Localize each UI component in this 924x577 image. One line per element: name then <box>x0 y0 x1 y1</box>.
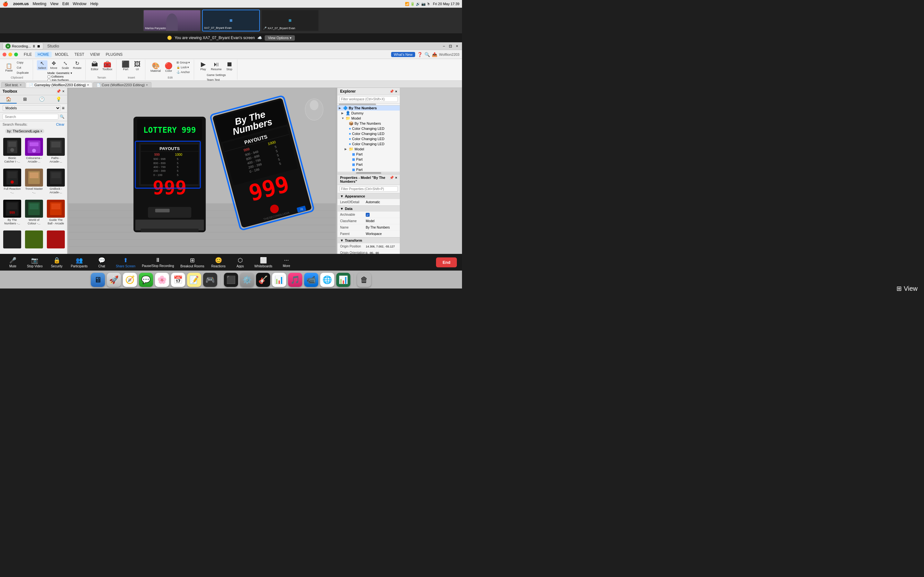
dock-activity-monitor[interactable]: 📊 <box>272 273 286 287</box>
tree-item-led-4[interactable]: ● Color Changing LED <box>338 141 400 147</box>
search-icon[interactable]: 🔍 <box>425 52 430 57</box>
explorer-close-icon[interactable]: × <box>395 89 397 93</box>
window-menu[interactable]: Window <box>73 2 87 6</box>
properties-filter-input[interactable] <box>339 186 398 192</box>
toolbox-pin-icon[interactable]: 📌 <box>56 89 61 93</box>
tree-item-part-4[interactable]: ◼ Part <box>338 167 400 172</box>
pause-icon[interactable]: ⏸ <box>32 44 36 48</box>
nav-light[interactable]: 💡 <box>50 95 67 103</box>
ribbon-resume[interactable]: ⏯ Resume <box>210 60 223 71</box>
dock-safari[interactable]: 🧭 <box>123 273 137 287</box>
ribbon-stop[interactable]: ⏹ Stop <box>224 60 234 71</box>
ribbon-cut[interactable]: Cut <box>15 65 30 70</box>
win-max-btn[interactable] <box>14 53 18 56</box>
toolbox-item-extra1[interactable] <box>2 229 23 252</box>
meeting-menu[interactable]: Meeting <box>33 2 47 6</box>
dock-terminal[interactable]: ⬛ <box>224 273 238 287</box>
dock-music[interactable]: 🎵 <box>288 273 302 287</box>
dock-settings[interactable]: ⚙️ <box>240 273 254 287</box>
edit-menu[interactable]: Edit <box>62 2 69 6</box>
ribbon-toolbox[interactable]: 🧰 Toolbox <box>101 60 113 71</box>
ribbon-rotate[interactable]: ↻ Rotate <box>72 60 83 70</box>
ribbon-ui[interactable]: 🖼 UI <box>132 60 142 71</box>
menu-model[interactable]: MODEL <box>52 52 71 57</box>
toolbox-close-icon[interactable]: × <box>62 89 65 93</box>
tab-slot-test[interactable]: Slot test. × <box>1 82 25 87</box>
viewport[interactable]: LOTTERY 999 PAYOUTS 999 1000 900 - 998 5… <box>67 88 337 254</box>
prop-section-transform-header[interactable]: ▼ Transform <box>338 237 400 243</box>
toolbox-category-select[interactable]: Models Plugins Audio <box>3 105 61 111</box>
zoom-chat-control[interactable]: 💬 Chat <box>94 257 110 268</box>
toolbox-item-full-reaction[interactable]: Full Reaction -... <box>2 167 23 197</box>
ribbon-anchor[interactable]: ⚓Anchor <box>175 70 191 74</box>
toolbox-item-trovel[interactable]: Trovel Master -... <box>24 167 44 197</box>
dock-notes[interactable]: 📝 <box>187 273 201 287</box>
menu-view[interactable]: VIEW <box>87 52 103 57</box>
win-minimize[interactable]: − <box>441 44 446 48</box>
zoom-more-control[interactable]: ··· More <box>279 257 294 268</box>
toolbox-item-bionic[interactable]: Bionic Catcher I -... <box>2 137 23 166</box>
dock-garageband[interactable]: 🎸 <box>256 273 270 287</box>
zoom-stop-video-control[interactable]: 📷 Stop Video <box>27 257 43 268</box>
apple-menu[interactable]: 🍎 <box>3 1 8 6</box>
props-close-icon[interactable]: × <box>395 176 397 183</box>
toolbox-search-input[interactable] <box>3 114 58 119</box>
zoom-apps-control[interactable]: ⬡ Apps <box>233 257 248 268</box>
dock-roblox[interactable]: 🎮 <box>203 273 217 287</box>
ribbon-duplicate[interactable]: Duplicate <box>15 71 30 75</box>
zoom-end-button[interactable]: End <box>436 258 457 268</box>
tree-item-part-3[interactable]: ◼ Part <box>338 162 400 167</box>
tab-core[interactable]: 📄 Core (Wolflion2203 Editing) × <box>93 82 152 87</box>
dock-excel[interactable]: 📊 <box>336 273 351 287</box>
dock-finder[interactable]: 🖥 <box>91 273 105 287</box>
win-close[interactable]: × <box>455 44 459 48</box>
nav-recent[interactable]: 🕐 <box>34 95 50 103</box>
ribbon-editor[interactable]: 🏔 Editor <box>89 60 100 71</box>
win-close-btn[interactable] <box>3 53 6 56</box>
explorer-pin-icon[interactable]: 📌 <box>389 89 394 93</box>
zoom-breakout-rooms-control[interactable]: ⊞ Breakout Rooms <box>180 257 204 268</box>
help-menu[interactable]: Help <box>90 2 99 6</box>
toolbox-item-world-of-colour[interactable]: World of Colour -... <box>24 198 44 228</box>
ribbon-move[interactable]: ✥ Move <box>49 60 59 70</box>
prop-section-appearance-header[interactable]: ▼ Appearance <box>338 193 400 199</box>
tree-item-by-the-numbers[interactable]: ▶ 🔷 By The Numbers <box>338 105 400 111</box>
tree-item-submodel[interactable]: ▶ 📁 Model <box>338 147 400 152</box>
menu-file[interactable]: FILE <box>21 52 34 57</box>
menu-home[interactable]: HOME <box>35 52 52 57</box>
toolbox-item-colourama[interactable]: Colourama - Arcade-... <box>24 137 44 166</box>
video-tile-xa7-active[interactable]: XA7_07_Bryant Evan <box>202 10 260 31</box>
tree-item-dummy[interactable]: ▶ 👤 Dummy <box>338 111 400 116</box>
zoom-whiteboards-control[interactable]: ⬜ Whiteboards <box>254 257 272 268</box>
ribbon-play[interactable]: ▶ Play <box>198 60 208 71</box>
zoom-security-control[interactable]: 🔒 Security <box>49 257 65 268</box>
view-options-button[interactable]: View Options ▾ <box>265 35 295 41</box>
dock-zoom[interactable]: 📹 <box>304 273 318 287</box>
ribbon-material[interactable]: 🎨 Material <box>149 62 162 73</box>
ribbon-copy[interactable]: Copy <box>15 60 30 65</box>
nav-grid[interactable]: ⊞ <box>17 95 33 103</box>
tag-remove-btn[interactable]: × <box>40 129 42 133</box>
zoom-reactions-control[interactable]: 😊 Reactions <box>211 257 226 268</box>
tree-item-part-1[interactable]: ◼ Part <box>338 152 400 157</box>
dock-trash[interactable]: 🗑 <box>357 273 371 287</box>
ribbon-lock[interactable]: 🔒Lock▾ <box>175 65 191 69</box>
dock-chrome[interactable]: 🌐 <box>320 273 334 287</box>
tree-item-part-2[interactable]: ◼ Part <box>338 157 400 162</box>
ribbon-part[interactable]: ⬛ Part <box>120 60 131 71</box>
menu-test[interactable]: TEST <box>72 52 87 57</box>
tree-item-led-1[interactable]: ● Color Changing LED <box>338 126 400 131</box>
zoom-pause-recording-control[interactable]: ⏸ Pause/Stop Recording <box>142 257 174 268</box>
ribbon-scale[interactable]: ⤡ Scale <box>60 60 71 70</box>
toolbox-item-extra2[interactable] <box>24 229 44 252</box>
prop-section-data-header[interactable]: ▼ Data <box>338 206 400 211</box>
dock-launchpad[interactable]: 🚀 <box>107 273 121 287</box>
stop-icon[interactable]: ⏹ <box>37 44 40 48</box>
props-pin-icon[interactable]: 📌 <box>389 176 394 183</box>
ribbon-group[interactable]: ⊞Group▾ <box>175 60 191 65</box>
toolbox-item-by-the-numbers[interactable]: 999 By The Numbers -... <box>2 198 23 228</box>
tree-item-model-child[interactable]: 📦 By The Numbers <box>338 121 400 126</box>
tab-gameplay[interactable]: 📄 Gameplay (Wolflion2203 Editing) × <box>26 82 92 87</box>
tab-close-2[interactable]: × <box>146 83 148 87</box>
tree-item-led-3[interactable]: ● Color Changing LED <box>338 136 400 141</box>
